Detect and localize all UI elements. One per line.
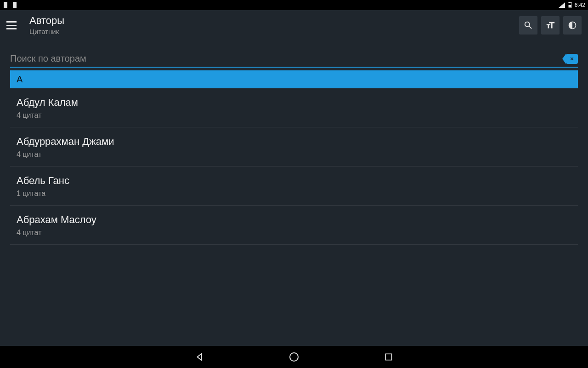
list-item[interactable]: Абрахам Маслоу 4 цитат	[10, 206, 578, 245]
author-name: Абдуррахман Джами	[17, 136, 571, 148]
quote-count: 1 цитата	[17, 190, 571, 198]
notification-icon	[12, 2, 17, 8]
close-icon: ×	[570, 55, 574, 62]
search-input[interactable]	[10, 53, 566, 64]
home-button[interactable]	[288, 351, 300, 363]
author-name: Абель Ганс	[17, 175, 571, 187]
status-time: 6:42	[575, 2, 585, 8]
svg-rect-0	[4, 2, 7, 8]
author-name: Абдул Калам	[17, 97, 571, 109]
contrast-icon	[568, 21, 577, 30]
notification-icon	[3, 2, 8, 8]
svg-rect-4	[569, 2, 571, 3]
search-field[interactable]: ×	[10, 53, 578, 68]
back-icon	[194, 352, 204, 362]
battery-icon	[568, 2, 572, 8]
svg-rect-1	[13, 2, 17, 8]
author-name: Абрахам Маслоу	[17, 214, 571, 226]
recents-button[interactable]	[383, 351, 395, 363]
text-size-icon	[545, 20, 556, 30]
status-left	[3, 2, 17, 8]
app-bar: Авторы Цитатник	[0, 10, 588, 40]
authors-list: A Абдул Калам 4 цитат Абдуррахман Джами …	[10, 70, 578, 245]
recents-icon	[384, 352, 393, 362]
home-icon	[288, 351, 300, 362]
search-icon	[523, 20, 533, 30]
clear-search-button[interactable]: ×	[566, 54, 578, 64]
list-item[interactable]: Абель Ганс 1 цитата	[10, 167, 578, 206]
signal-icon	[559, 2, 565, 8]
search-button[interactable]	[519, 16, 537, 34]
status-bar: 6:42	[0, 0, 588, 10]
section-header: A	[10, 70, 578, 88]
screen: 6:42 Авторы Цитатник × A Абдул Ка	[0, 0, 588, 368]
svg-rect-7	[385, 354, 391, 360]
quote-count: 4 цитат	[17, 111, 571, 120]
theme-button[interactable]	[563, 16, 582, 34]
svg-rect-5	[568, 5, 571, 8]
list-item[interactable]: Абдуррахман Джами 4 цитат	[10, 127, 578, 167]
app-bar-titles: Авторы Цитатник	[29, 15, 64, 35]
page-subtitle: Цитатник	[29, 28, 64, 35]
quote-count: 4 цитат	[17, 150, 571, 159]
menu-icon[interactable]	[6, 18, 21, 33]
back-button[interactable]	[193, 351, 205, 363]
svg-point-6	[290, 353, 298, 361]
text-size-button[interactable]	[541, 16, 560, 34]
svg-marker-2	[559, 2, 565, 8]
list-item[interactable]: Абдул Калам 4 цитат	[10, 88, 578, 127]
quote-count: 4 цитат	[17, 229, 571, 237]
status-right: 6:42	[559, 2, 585, 8]
navigation-bar	[0, 346, 588, 368]
page-title: Авторы	[29, 15, 64, 26]
